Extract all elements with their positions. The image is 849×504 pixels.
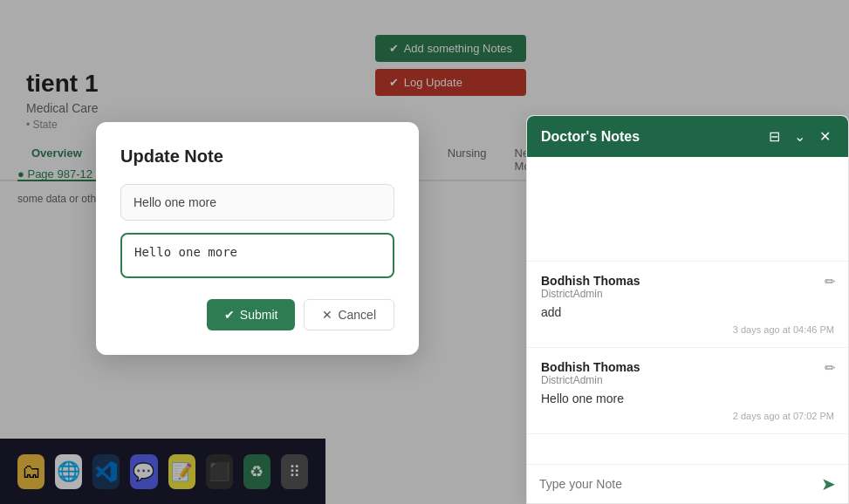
notes-panel-header: Doctor's Notes ⊟ ⌄ ✕ (527, 116, 848, 157)
notes-header-actions: ⊟ ⌄ ✕ (765, 126, 834, 146)
close-icon: ✕ (819, 128, 831, 145)
note-2-time: 2 days ago at 07:02 PM (541, 411, 834, 421)
send-icon: ➤ (821, 473, 836, 494)
notes-footer: ➤ (527, 464, 848, 503)
note-type-input[interactable] (539, 477, 812, 491)
note-1-role: DistrictAdmin (541, 288, 834, 300)
cancel-icon: ✕ (322, 308, 332, 322)
note-readonly-input[interactable] (120, 184, 394, 221)
note-item-2: ✏ Bodhish Thomas DistrictAdmin Hello one… (527, 348, 848, 434)
edit-icon: ✏ (825, 274, 836, 289)
note-1-time: 3 days ago at 04:46 PM (541, 324, 834, 335)
edit-icon: ✏ (825, 360, 836, 375)
chevron-down-icon: ⌄ (794, 128, 805, 145)
note-2-edit-button[interactable]: ✏ (825, 360, 836, 376)
notes-empty-area (527, 157, 848, 262)
chevron-down-button[interactable]: ⌄ (791, 126, 809, 146)
send-note-button[interactable]: ➤ (821, 473, 836, 494)
notes-body: ✏ Bodhish Thomas DistrictAdmin add 3 day… (527, 157, 848, 464)
note-item-1: ✏ Bodhish Thomas DistrictAdmin add 3 day… (527, 262, 848, 348)
note-1-author: Bodhish Thomas (541, 274, 834, 288)
note-2-text: Hello one more (541, 392, 834, 405)
modal-title: Update Note (120, 146, 394, 167)
doctors-notes-panel: Doctor's Notes ⊟ ⌄ ✕ ✏ Bodhish Thomas Di… (526, 115, 849, 504)
close-button[interactable]: ✕ (816, 126, 834, 146)
modal-actions: ✔ Submit ✕ Cancel (120, 299, 394, 330)
note-1-text: add (541, 305, 834, 319)
submit-icon: ✔ (224, 308, 235, 322)
notes-panel-title: Doctor's Notes (541, 129, 640, 145)
minimize-button[interactable]: ⊟ (765, 126, 784, 146)
note-editable-textarea[interactable]: Hello one more (120, 233, 394, 278)
cancel-button[interactable]: ✕ Cancel (304, 299, 394, 330)
update-note-modal: Update Note Hello one more ✔ Submit ✕ Ca… (96, 122, 419, 355)
note-2-role: DistrictAdmin (541, 374, 834, 386)
note-2-author: Bodhish Thomas (541, 360, 834, 374)
note-1-edit-button[interactable]: ✏ (825, 274, 836, 289)
minimize-icon: ⊟ (769, 128, 780, 145)
submit-button[interactable]: ✔ Submit (207, 299, 296, 330)
